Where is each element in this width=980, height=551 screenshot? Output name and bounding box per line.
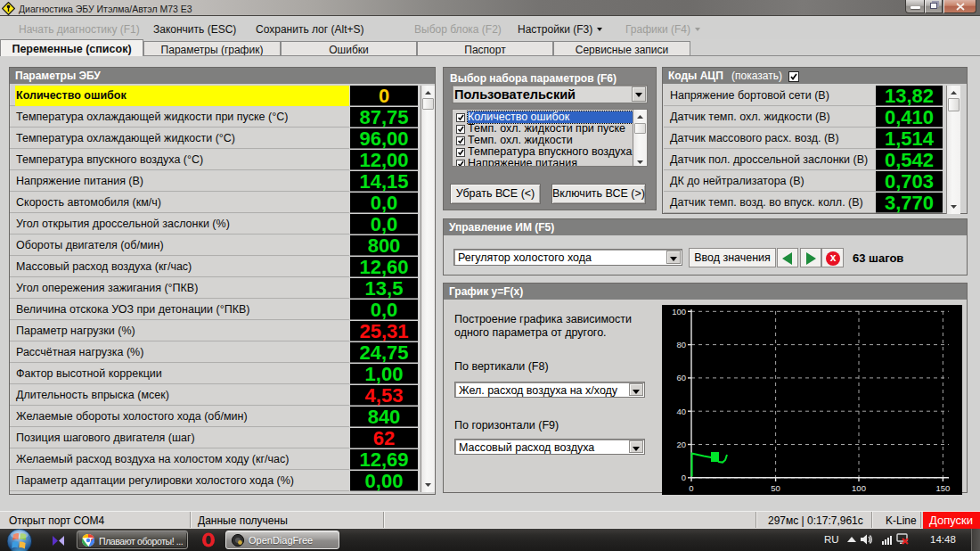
svg-text:50: 50: [771, 483, 780, 493]
svg-text:0: 0: [682, 473, 686, 482]
svg-text:80: 80: [676, 340, 686, 350]
svg-text:100: 100: [852, 483, 866, 493]
svg-text:100: 100: [672, 307, 686, 317]
svg-text:60: 60: [676, 373, 686, 382]
svg-text:40: 40: [676, 407, 686, 416]
svg-text:150: 150: [935, 483, 950, 493]
svg-text:0: 0: [689, 483, 693, 493]
svg-text:20: 20: [676, 440, 686, 449]
